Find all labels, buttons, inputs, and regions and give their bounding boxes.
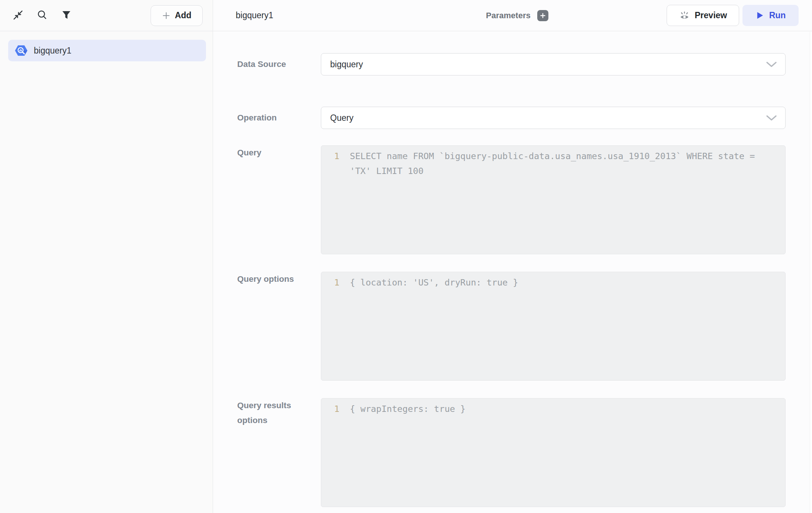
query-editor-panel: bigquery1 Parameters [213, 0, 812, 513]
operation-label: Operation [237, 110, 321, 125]
query-placeholder-text: SELECT name FROM `bigquery-public-data.u… [350, 149, 770, 178]
filter-icon [61, 10, 72, 22]
chevron-down-icon [766, 115, 777, 121]
plus-icon [162, 11, 171, 20]
line-number: 1 [321, 149, 339, 164]
search-icon [36, 9, 48, 22]
collapse-sidebar-button[interactable] [10, 8, 25, 23]
add-button-label: Add [175, 10, 191, 20]
line-number: 1 [321, 401, 339, 416]
header-actions: Preview Run [667, 5, 799, 26]
add-parameter-button[interactable] [537, 10, 548, 21]
query-results-options-code-editor[interactable]: 1 { wrapIntegers: true } [321, 398, 786, 507]
query-editor-header: bigquery1 Parameters [213, 0, 812, 31]
scrollbar-gutter[interactable] [810, 32, 812, 513]
query-options-placeholder-text: { location: 'US', dryRun: true } [350, 275, 770, 290]
query-list-sidebar: Add bigquery1 [0, 0, 213, 513]
play-icon [755, 11, 764, 20]
query-list: bigquery1 [0, 31, 213, 61]
parameters-section: Parameters [486, 10, 548, 21]
eye-icon [679, 10, 690, 21]
query-code-editor[interactable]: 1 SELECT name FROM `bigquery-public-data… [321, 145, 786, 254]
query-results-options-row: Query results options 1 { wrapIntegers: … [237, 398, 812, 507]
query-title: bigquery1 [236, 10, 273, 20]
query-results-options-placeholder-text: { wrapIntegers: true } [350, 401, 770, 416]
query-options-code-editor[interactable]: 1 { location: 'US', dryRun: true } [321, 272, 786, 381]
query-row: Query 1 SELECT name FROM `bigquery-publi… [237, 145, 812, 254]
plus-icon [540, 13, 546, 19]
operation-value: Query [330, 113, 354, 123]
search-button[interactable] [35, 8, 49, 23]
add-query-button[interactable]: Add [151, 5, 203, 26]
line-number: 1 [321, 275, 339, 290]
query-list-item-bigquery1[interactable]: bigquery1 [8, 40, 206, 61]
data-source-select[interactable]: bigquery [321, 53, 786, 75]
query-options-label: Query options [237, 272, 321, 381]
query-form: Data Source bigquery Operation Query [213, 31, 812, 513]
sidebar-toolbar: Add [0, 0, 213, 31]
data-source-label: Data Source [237, 57, 321, 72]
data-source-row: Data Source bigquery [237, 53, 812, 75]
data-source-value: bigquery [330, 59, 363, 70]
preview-button-label: Preview [695, 10, 727, 20]
query-label: Query [237, 145, 321, 254]
parameters-label: Parameters [486, 11, 531, 20]
query-item-label: bigquery1 [34, 46, 71, 56]
query-options-row: Query options 1 { location: 'US', dryRun… [237, 272, 812, 381]
preview-button[interactable]: Preview [667, 5, 739, 26]
collapse-icon [12, 9, 24, 22]
chevron-down-icon [766, 61, 777, 68]
operation-row: Operation Query [237, 107, 812, 129]
operation-select[interactable]: Query [321, 107, 786, 129]
filter-button[interactable] [59, 8, 74, 23]
run-button-label: Run [769, 10, 786, 20]
bigquery-icon [14, 44, 28, 57]
run-button[interactable]: Run [742, 5, 799, 26]
query-results-options-label: Query results options [237, 398, 321, 507]
